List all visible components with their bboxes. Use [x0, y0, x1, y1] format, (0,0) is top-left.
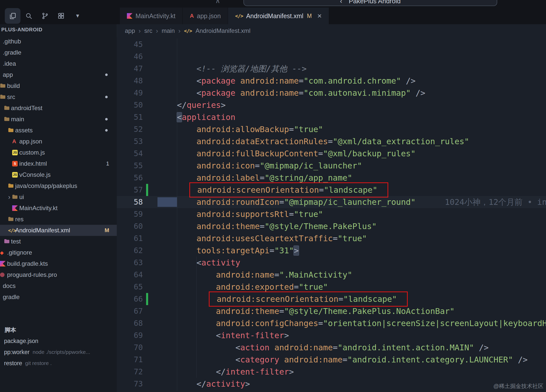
- code-line-72[interactable]: 72 </intent-filter>: [117, 366, 546, 378]
- tree-item-docs[interactable]: docs: [0, 280, 117, 291]
- tree-item-AndroidManifest.xml[interactable]: </>AndroidManifest.xmlM: [0, 225, 117, 236]
- code-text: </queries>: [157, 99, 226, 111]
- search-icon[interactable]: [25, 12, 33, 20]
- breadcrumb-item[interactable]: main: [162, 27, 175, 34]
- tree-item-label: MainActivity.kt: [19, 205, 58, 212]
- code-line-56[interactable]: 56 android:label="@string/app_name": [117, 172, 546, 184]
- code-line-71[interactable]: 71 <category android:name="android.inten…: [117, 354, 546, 366]
- code-text: android:screenOrientation="landscape": [157, 184, 378, 196]
- code-line-66[interactable]: 66 android:screenOrientation="landscape": [117, 293, 546, 305]
- script-name: package.json: [4, 338, 38, 345]
- chevron-down-icon[interactable]: ▾: [74, 12, 81, 20]
- code-line-70[interactable]: 70 <action android:name="android.intent.…: [117, 341, 546, 354]
- tree-item-vConsole.js[interactable]: JSvConsole.js: [0, 169, 117, 180]
- code-line-68[interactable]: 68 android:configChanges="orientation|sc…: [117, 317, 546, 329]
- line-number: 59: [117, 208, 143, 220]
- code-line-58[interactable]: 58 android:roundIcon="@mipmap/ic_launche…: [117, 196, 546, 208]
- tree-item-res[interactable]: res: [0, 214, 117, 225]
- code-text: android:dataExtractionRules="@xml/data_e…: [157, 135, 469, 148]
- tab-MainActivity.kt[interactable]: MainActivity.kt: [120, 8, 183, 24]
- tree-item-.github[interactable]: .github: [0, 36, 117, 47]
- tree-item-custom.js[interactable]: JScustom.js: [0, 147, 117, 158]
- script-detail: git restore .: [25, 360, 52, 366]
- tree-item-assets[interactable]: assets: [0, 125, 117, 136]
- tree-item-gradle[interactable]: gradle: [0, 291, 117, 303]
- tree-item-androidTest[interactable]: androidTest: [0, 103, 117, 114]
- code-editor[interactable]: 454647 <!-- 浏览器/地图/其他 -->48 <package and…: [117, 37, 546, 392]
- tree-item-test[interactable]: test: [0, 236, 117, 247]
- javascript-icon: JS: [12, 150, 18, 155]
- tree-item-MainActivity.kt[interactable]: MainActivity.kt: [0, 203, 117, 214]
- code-line-57[interactable]: 57 android:screenOrientation="landscape": [117, 184, 546, 196]
- tab-label: app.json: [197, 12, 221, 20]
- breadcrumb-item[interactable]: app: [125, 27, 135, 34]
- close-icon[interactable]: ×: [317, 12, 322, 20]
- breadcrumb-item[interactable]: src: [144, 27, 152, 34]
- tree-item-app[interactable]: app: [0, 69, 117, 80]
- gutter-change-bar: [146, 184, 148, 196]
- line-number: 51: [117, 111, 143, 123]
- tree-item-index.html[interactable]: 5index.html1: [0, 158, 117, 169]
- code-line-64[interactable]: 64 android:name=".MainActivity": [117, 269, 546, 281]
- code-line-60[interactable]: 60 android:theme="@style/Theme.PakePlus": [117, 220, 546, 232]
- code-text: android:usesCleartextTraffic="true": [157, 232, 367, 244]
- tree-item-proguard-rules.pro[interactable]: proguard-rules.pro: [0, 269, 117, 280]
- tree-item-.idea[interactable]: .idea: [0, 58, 117, 69]
- code-line-69[interactable]: 69 <intent-filter>: [117, 329, 546, 341]
- folder-icon: [8, 127, 14, 134]
- code-line-53[interactable]: 53 android:dataExtractionRules="@xml/dat…: [117, 135, 546, 148]
- tree-item-app.json[interactable]: Aapp.json: [0, 136, 117, 147]
- git-icon: ◆: [0, 250, 4, 256]
- script-item-restore[interactable]: restoregit restore .: [0, 358, 117, 369]
- code-line-67[interactable]: 67 android:theme="@style/Theme.PakePlus.…: [117, 305, 546, 317]
- tree-item-label: vConsole.js: [19, 171, 51, 178]
- tab-app.json[interactable]: Aapp.json: [183, 8, 228, 24]
- tree-item-label: gradle: [3, 293, 20, 301]
- line-number: 68: [117, 317, 143, 329]
- code-line-51[interactable]: 51 <application: [117, 111, 546, 123]
- line-number: 55: [117, 160, 143, 172]
- breadcrumb-file[interactable]: AndroidManifest.xml: [195, 27, 250, 34]
- code-text: android:theme="@style/Theme.PakePlus": [157, 220, 377, 232]
- extensions-icon[interactable]: [57, 12, 65, 20]
- xml-code-icon: </>: [235, 13, 243, 19]
- tree-item-ui[interactable]: ›ui: [0, 191, 117, 203]
- tree-item-main[interactable]: main: [0, 114, 117, 125]
- code-line-63[interactable]: 63 <activity: [117, 257, 546, 269]
- quick-input[interactable]: ‹ PakePlus Android: [243, 0, 497, 6]
- code-line-45[interactable]: 45: [117, 38, 546, 51]
- tree-item-.gradle[interactable]: .gradle: [0, 47, 117, 58]
- code-line-61[interactable]: 61 android:usesCleartextTraffic="true": [117, 232, 546, 244]
- tree-item-java/com/app/pakeplus[interactable]: java/com/app/pakeplus: [0, 180, 117, 191]
- npm-scripts-section: 脚本 package.jsonpp:workernode ./scripts/p…: [0, 324, 117, 369]
- tree-item-.gitignore[interactable]: ◆.gitignore: [0, 247, 117, 258]
- code-line-48[interactable]: 48 <package android:name="com.android.ch…: [117, 75, 546, 87]
- script-item-package.json[interactable]: package.json: [0, 335, 117, 347]
- code-line-55[interactable]: 55 android:icon="@mipmap/ic_launcher": [117, 160, 546, 172]
- tree-item-build.gradle.kts[interactable]: build.gradle.kts: [0, 258, 117, 269]
- code-line-52[interactable]: 52 android:allowBackup="true": [117, 123, 546, 135]
- code-line-46[interactable]: 46: [117, 51, 546, 63]
- code-text: android:name=".MainActivity": [157, 269, 352, 281]
- files-icon[interactable]: [9, 12, 16, 20]
- code-line-59[interactable]: 59 android:supportsRtl="true": [117, 208, 546, 220]
- code-line-54[interactable]: 54 android:fullBackupContent="@xml/backu…: [117, 148, 546, 160]
- tree-item-build[interactable]: build: [0, 80, 117, 91]
- git-branch-icon[interactable]: [41, 12, 49, 20]
- code-line-50[interactable]: 50 </queries>: [117, 99, 546, 111]
- code-line-62[interactable]: 62 tools:targetApi="31">: [117, 244, 546, 257]
- code-line-65[interactable]: 65 android:exported="true": [117, 281, 546, 293]
- tree-item-label: index.html: [19, 160, 47, 167]
- code-text: android:icon="@mipmap/ic_launcher": [157, 160, 362, 172]
- tree-item-label: build.gradle.kts: [7, 260, 48, 267]
- code-line-73[interactable]: 73 </activity>: [117, 378, 546, 390]
- code-text: android:screenOrientation="landscape": [157, 293, 398, 305]
- line-number: 67: [117, 305, 143, 317]
- tab-AndroidManifest.xml[interactable]: </>AndroidManifest.xmlM×: [228, 8, 329, 24]
- scripts-header[interactable]: 脚本: [0, 324, 117, 335]
- tree-item-label: test: [11, 238, 21, 245]
- script-item-pp:worker[interactable]: pp:workernode ./scripts/ppworke...: [0, 347, 117, 358]
- code-line-49[interactable]: 49 <package android:name="com.autonavi.m…: [117, 87, 546, 99]
- code-line-47[interactable]: 47 <!-- 浏览器/地图/其他 -->: [117, 63, 546, 75]
- tree-item-src[interactable]: src: [0, 91, 117, 103]
